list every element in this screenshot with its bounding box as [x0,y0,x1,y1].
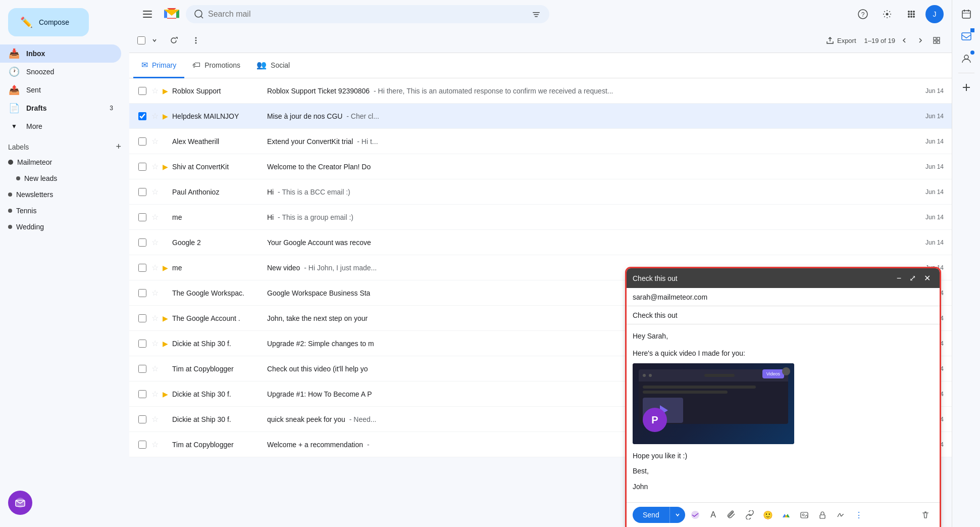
svg-point-16 [908,13,910,15]
close-compose-button[interactable]: ✕ [921,272,934,284]
svg-point-22 [195,37,197,39]
nav-menu: 📥 Inbox 🕐 Snoozed 📤 Sent 📄 Drafts 3 ▼ Mo… [0,44,129,135]
refresh-button[interactable] [164,30,184,51]
star-icon[interactable]: ☆ [151,339,159,348]
photo-button[interactable] [796,507,812,523]
send-button[interactable]: Send [633,507,669,523]
sidebar-item-drafts[interactable]: 📄 Drafts 3 [0,99,121,117]
subject: Hi [267,213,274,221]
label-mailmeteor[interactable]: Mailmeteor [0,154,121,170]
link-icon [745,510,754,519]
row-checkbox[interactable] [137,415,147,423]
label-wedding[interactable]: Wedding [0,219,121,235]
minimize-button[interactable]: − [894,272,904,284]
tab-social[interactable]: 👥 Social [248,53,298,78]
lock-icon [818,510,827,519]
signature-button[interactable] [833,507,849,523]
table-row[interactable]: ☆ ▶ Google 2 Your Google Account was rec… [129,230,952,255]
drive-button[interactable] [778,507,794,523]
row-checkbox[interactable] [137,340,147,348]
table-row[interactable]: ☆ ▶ Roblox Support Roblox Support Ticket… [129,78,952,104]
delete-compose-button[interactable] [917,507,934,523]
star-icon[interactable]: ☆ [151,389,159,399]
link-button[interactable] [742,507,758,523]
row-checkbox[interactable] [137,441,147,449]
table-row[interactable]: ☆ ▶ Alex Weatherill Extend your ConvertK… [129,129,952,154]
star-icon[interactable]: ☆ [151,212,159,222]
compose-body[interactable]: Hey Sarah, Here's a quick video I made f… [627,324,940,502]
star-icon[interactable]: ☆ [151,162,159,171]
star-icon[interactable]: ☆ [151,364,159,373]
star-icon[interactable]: ☆ [151,86,159,95]
attach-button[interactable] [724,507,740,523]
prev-page-button[interactable] [897,33,911,47]
star-icon[interactable]: ☆ [151,414,159,424]
apps-icon [906,9,916,19]
help-button[interactable]: ? [853,4,873,24]
star-icon[interactable]: ☆ [151,313,159,323]
filter-icon[interactable] [531,9,541,19]
star-icon[interactable]: ☆ [151,237,159,247]
row-checkbox[interactable] [137,365,147,373]
sidebar-item-more[interactable]: ▼ More [0,117,121,135]
right-panel-mail[interactable] [956,26,976,46]
view-options-button[interactable] [930,33,944,47]
settings-button[interactable] [877,4,897,24]
more-compose-options[interactable]: ⋮ [851,507,867,523]
mailmeteor-footer-icon[interactable] [687,507,703,523]
table-row[interactable]: ☆ ▶ me Hi - This is a group email :) Jun… [129,205,952,230]
row-checkbox[interactable] [137,163,147,171]
menu-button[interactable] [137,4,158,24]
label-new-leads[interactable]: New leads [0,170,121,186]
search-input[interactable] [208,10,527,19]
row-checkbox[interactable] [137,112,147,120]
row-checkbox[interactable] [137,238,147,247]
svg-rect-4 [143,17,152,18]
row-checkbox[interactable] [137,87,147,95]
select-all-checkbox[interactable] [137,36,145,44]
lock-button[interactable] [814,507,831,523]
tab-primary[interactable]: ✉ Primary [133,53,184,78]
compose-to-field: sarah@mailmeteor.com [627,288,940,306]
send-dropdown-button[interactable] [669,507,685,523]
sidebar-item-snoozed[interactable]: 🕐 Snoozed [0,63,121,81]
emoji-button[interactable]: 🙂 [760,507,776,523]
right-panel-contacts[interactable] [956,49,976,69]
row-checkbox[interactable] [137,137,147,146]
row-checkbox[interactable] [137,188,147,196]
sidebar-item-inbox[interactable]: 📥 Inbox [0,44,121,63]
label-tennis[interactable]: Tennis [0,203,121,219]
table-row[interactable]: ☆ ▶ Paul Anthonioz Hi - This is a BCC em… [129,179,952,205]
compose-header[interactable]: Check this out − ⤢ ✕ [627,268,940,288]
tab-promotions[interactable]: 🏷 Promotions [184,53,248,78]
next-page-button[interactable] [913,33,927,47]
export-label[interactable]: Export [837,37,856,44]
compose-button[interactable]: ✏️ Compose [8,8,89,36]
table-row[interactable]: ☆ ▶ Helpdesk MAILNJOY Mise à jour de nos… [129,104,952,129]
select-dropdown-button[interactable] [147,33,162,47]
right-panel-add[interactable] [956,77,976,98]
sidebar-item-sent[interactable]: 📤 Sent [0,81,121,99]
add-label-icon[interactable]: + [116,141,121,152]
star-icon[interactable]: ☆ [151,288,159,298]
apps-button[interactable] [901,4,921,24]
row-checkbox[interactable] [137,390,147,398]
mailmeteor-fab[interactable] [8,491,32,515]
star-icon[interactable]: ☆ [151,263,159,272]
sender: Paul Anthonioz [172,188,263,196]
user-avatar[interactable]: J [925,5,944,23]
maximize-button[interactable]: ⤢ [906,272,919,284]
row-checkbox[interactable] [137,213,147,221]
right-panel-calendar[interactable] [956,4,976,24]
label-newsletters[interactable]: Newsletters [0,186,121,203]
row-checkbox[interactable] [137,289,147,297]
table-row[interactable]: ☆ ▶ Shiv at ConvertKit Welcome to the Cr… [129,154,952,179]
row-checkbox[interactable] [137,264,147,272]
star-icon[interactable]: ☆ [151,187,159,197]
star-icon[interactable]: ☆ [151,136,159,146]
row-checkbox[interactable] [137,314,147,322]
star-icon[interactable]: ☆ [151,111,159,121]
more-options-button[interactable] [186,30,206,51]
star-icon[interactable]: ☆ [151,440,159,449]
format-text-button[interactable]: A [705,507,721,523]
